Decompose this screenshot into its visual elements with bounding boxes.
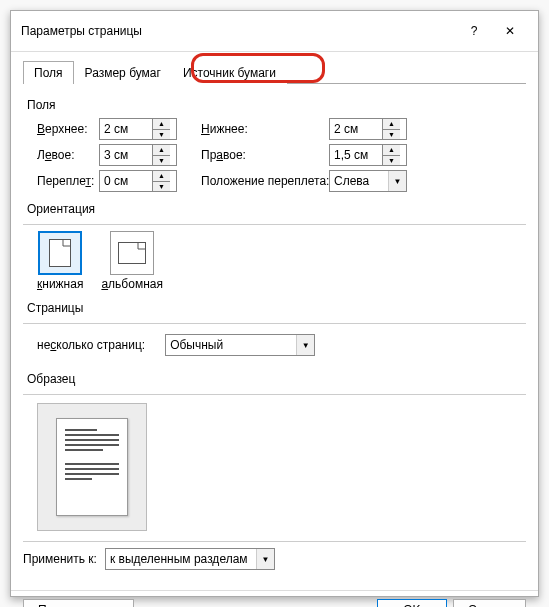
spin-up-icon[interactable]: ▲ — [153, 119, 170, 130]
ok-button[interactable]: OK — [377, 599, 447, 607]
bottom-margin-input[interactable] — [330, 119, 382, 139]
gutter-spinner[interactable]: ▲▼ — [99, 170, 177, 192]
gutter-position-select[interactable]: Слева▼ — [329, 170, 407, 192]
gutter-position-label: Положение переплета: — [201, 174, 329, 188]
left-margin-input[interactable] — [100, 145, 152, 165]
margins-section-label: Поля — [27, 98, 526, 112]
right-margin-input[interactable] — [330, 145, 382, 165]
svg-rect-0 — [50, 240, 71, 267]
svg-rect-1 — [119, 243, 146, 264]
orientation-section-label: Ориентация — [27, 202, 526, 216]
help-icon: ? — [471, 24, 478, 38]
cancel-button[interactable]: Отмена — [453, 599, 526, 607]
margins-grid: Верхнее: ▲▼ Нижнее: ▲▼ Левое: ▲▼ Правое:… — [37, 118, 526, 192]
portrait-page-icon — [49, 239, 71, 267]
close-button[interactable]: ✕ — [492, 19, 528, 43]
spin-down-icon[interactable]: ▼ — [383, 130, 400, 140]
gutter-position-value: Слева — [330, 174, 388, 188]
dialog-content: Поля Размер бумаг Источник бумаги Поля В… — [11, 52, 538, 590]
chevron-down-icon[interactable]: ▼ — [388, 171, 406, 191]
titlebar: Параметры страницы ? ✕ — [11, 11, 538, 52]
button-row: По умолчанию OK Отмена — [11, 590, 538, 607]
dialog-title: Параметры страницы — [21, 24, 456, 38]
apply-to-value: к выделенным разделам — [106, 552, 256, 566]
divider — [23, 224, 526, 225]
spin-up-icon[interactable]: ▲ — [153, 145, 170, 156]
tab-margins[interactable]: Поля — [23, 61, 74, 84]
landscape-page-icon — [118, 242, 146, 264]
multiple-pages-value: Обычный — [166, 338, 296, 352]
right-margin-label: Правое: — [201, 148, 329, 162]
portrait-label: книжная — [37, 277, 83, 291]
spin-down-icon[interactable]: ▼ — [153, 182, 170, 192]
close-icon: ✕ — [505, 24, 515, 38]
spin-down-icon[interactable]: ▼ — [383, 156, 400, 166]
landscape-label: альбомная — [101, 277, 163, 291]
preview-box — [37, 403, 147, 531]
spin-up-icon[interactable]: ▲ — [153, 171, 170, 182]
orientation-row: книжная альбомная — [37, 231, 526, 291]
default-button[interactable]: По умолчанию — [23, 599, 134, 607]
page-setup-dialog: Параметры страницы ? ✕ Поля Размер бумаг… — [10, 10, 539, 597]
bottom-margin-spinner[interactable]: ▲▼ — [329, 118, 407, 140]
preview-page-icon — [56, 418, 128, 516]
multiple-pages-select[interactable]: Обычный▼ — [165, 334, 315, 356]
help-button[interactable]: ? — [456, 19, 492, 43]
orientation-landscape-button[interactable] — [110, 231, 154, 275]
chevron-down-icon[interactable]: ▼ — [256, 549, 274, 569]
tab-paper-source[interactable]: Источник бумаги — [172, 61, 287, 84]
gutter-input[interactable] — [100, 171, 152, 191]
preview-section-label: Образец — [27, 372, 526, 386]
chevron-down-icon[interactable]: ▼ — [296, 335, 314, 355]
tab-strip: Поля Размер бумаг Источник бумаги — [23, 60, 526, 84]
apply-to-label: Применить к: — [23, 552, 97, 566]
divider — [23, 541, 526, 542]
right-margin-spinner[interactable]: ▲▼ — [329, 144, 407, 166]
spin-up-icon[interactable]: ▲ — [383, 119, 400, 130]
top-margin-label: Верхнее: — [37, 122, 99, 136]
tab-paper-size[interactable]: Размер бумаг — [74, 61, 172, 84]
spin-down-icon[interactable]: ▼ — [153, 156, 170, 166]
apply-to-select[interactable]: к выделенным разделам▼ — [105, 548, 275, 570]
top-margin-spinner[interactable]: ▲▼ — [99, 118, 177, 140]
spin-down-icon[interactable]: ▼ — [153, 130, 170, 140]
bottom-margin-label: Нижнее: — [201, 122, 329, 136]
spin-up-icon[interactable]: ▲ — [383, 145, 400, 156]
gutter-label: Переплет: — [37, 174, 99, 188]
top-margin-input[interactable] — [100, 119, 152, 139]
divider — [23, 394, 526, 395]
orientation-portrait-button[interactable] — [38, 231, 82, 275]
multiple-pages-label: несколько страниц: — [37, 338, 145, 352]
pages-section-label: Страницы — [27, 301, 526, 315]
left-margin-label: Левое: — [37, 148, 99, 162]
divider — [23, 323, 526, 324]
left-margin-spinner[interactable]: ▲▼ — [99, 144, 177, 166]
